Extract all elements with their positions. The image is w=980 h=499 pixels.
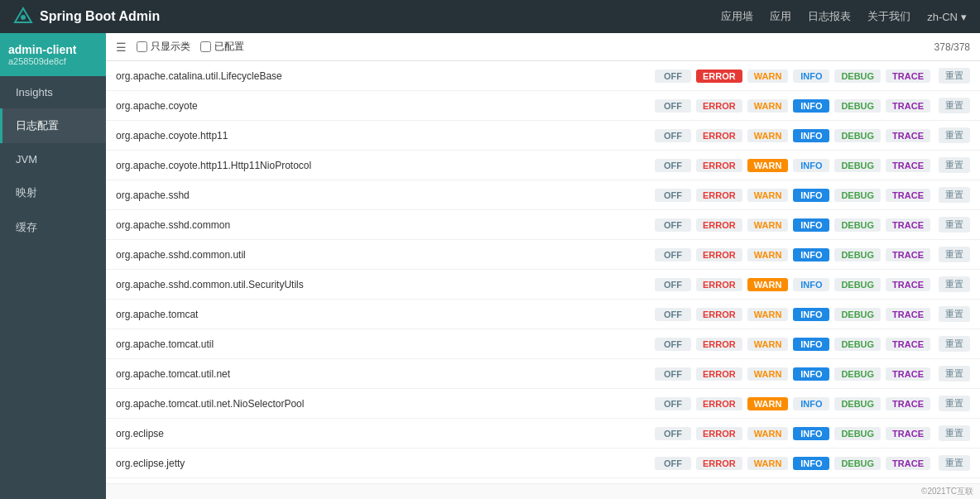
level-debug-button[interactable]: DEBUG xyxy=(834,248,881,261)
level-info-button[interactable]: INFO xyxy=(793,457,829,470)
checkbox-show-only-class[interactable]: 只显示类 xyxy=(137,40,190,54)
nav-link-logs[interactable]: 日志报表 xyxy=(808,9,851,24)
reset-button[interactable]: 重置 xyxy=(939,366,970,381)
level-info-button[interactable]: INFO xyxy=(793,70,829,83)
sidebar-item-log-config[interactable]: 日志配置 xyxy=(0,108,106,143)
level-info-button[interactable]: INFO xyxy=(793,129,829,142)
level-off-button[interactable]: OFF xyxy=(655,159,691,172)
level-error-button[interactable]: ERROR xyxy=(696,70,742,83)
level-error-button[interactable]: ERROR xyxy=(696,278,742,291)
level-warn-button[interactable]: WARN xyxy=(747,129,789,142)
checkbox-show-only-class-input[interactable] xyxy=(137,41,147,52)
level-error-button[interactable]: ERROR xyxy=(696,218,742,232)
reset-button[interactable]: 重置 xyxy=(939,187,970,203)
reset-button[interactable]: 重置 xyxy=(939,247,970,262)
level-info-button[interactable]: INFO xyxy=(793,367,829,381)
level-info-button[interactable]: INFO xyxy=(793,248,829,261)
level-trace-button[interactable]: TRACE xyxy=(886,70,930,83)
level-error-button[interactable]: ERROR xyxy=(696,129,742,142)
level-off-button[interactable]: OFF xyxy=(655,129,691,142)
level-off-button[interactable]: OFF xyxy=(655,99,691,113)
level-warn-button[interactable]: WARN xyxy=(747,278,789,291)
reset-button[interactable]: 重置 xyxy=(939,68,970,84)
sidebar-item-insights[interactable]: Insights xyxy=(0,76,106,108)
reset-button[interactable]: 重置 xyxy=(939,217,970,233)
level-debug-button[interactable]: DEBUG xyxy=(834,427,881,440)
level-warn-button[interactable]: WARN xyxy=(747,99,789,113)
level-off-button[interactable]: OFF xyxy=(655,248,691,261)
level-warn-button[interactable]: WARN xyxy=(747,70,789,83)
nav-link-wall[interactable]: 应用墙 xyxy=(721,9,753,24)
checkbox-configured-input[interactable] xyxy=(200,41,211,52)
level-error-button[interactable]: ERROR xyxy=(696,189,742,202)
level-error-button[interactable]: ERROR xyxy=(696,99,742,113)
level-info-button[interactable]: INFO xyxy=(793,427,829,440)
level-trace-button[interactable]: TRACE xyxy=(886,308,930,321)
level-trace-button[interactable]: TRACE xyxy=(886,278,930,291)
level-off-button[interactable]: OFF xyxy=(655,308,691,321)
level-info-button[interactable]: INFO xyxy=(793,99,829,113)
reset-button[interactable]: 重置 xyxy=(939,396,970,411)
level-debug-button[interactable]: DEBUG xyxy=(834,338,881,351)
level-info-button[interactable]: INFO xyxy=(793,159,829,172)
level-warn-button[interactable]: WARN xyxy=(747,338,789,351)
level-trace-button[interactable]: TRACE xyxy=(886,427,930,440)
reset-button[interactable]: 重置 xyxy=(939,276,970,292)
lang-selector[interactable]: zh-CN ▾ xyxy=(927,11,967,23)
level-off-button[interactable]: OFF xyxy=(655,397,691,410)
level-info-button[interactable]: INFO xyxy=(793,278,829,291)
sidebar-item-mapping[interactable]: 映射 xyxy=(0,175,106,210)
level-debug-button[interactable]: DEBUG xyxy=(834,70,881,83)
level-trace-button[interactable]: TRACE xyxy=(886,99,930,113)
level-trace-button[interactable]: TRACE xyxy=(886,367,930,381)
level-warn-button[interactable]: WARN xyxy=(747,427,789,440)
level-off-button[interactable]: OFF xyxy=(655,338,691,351)
reset-button[interactable]: 重置 xyxy=(939,455,970,471)
level-debug-button[interactable]: DEBUG xyxy=(834,367,881,381)
level-debug-button[interactable]: DEBUG xyxy=(834,308,881,321)
level-error-button[interactable]: ERROR xyxy=(696,367,742,381)
level-off-button[interactable]: OFF xyxy=(655,189,691,202)
level-info-button[interactable]: INFO xyxy=(793,338,829,351)
level-info-button[interactable]: INFO xyxy=(793,189,829,202)
level-error-button[interactable]: ERROR xyxy=(696,457,742,470)
level-debug-button[interactable]: DEBUG xyxy=(834,397,881,410)
level-off-button[interactable]: OFF xyxy=(655,427,691,440)
level-warn-button[interactable]: WARN xyxy=(747,397,789,410)
level-warn-button[interactable]: WARN xyxy=(747,457,789,470)
nav-link-app[interactable]: 应用 xyxy=(770,9,791,24)
reset-button[interactable]: 重置 xyxy=(939,425,970,441)
reset-button[interactable]: 重置 xyxy=(939,127,970,143)
level-trace-button[interactable]: TRACE xyxy=(886,338,930,351)
level-debug-button[interactable]: DEBUG xyxy=(834,218,881,232)
level-error-button[interactable]: ERROR xyxy=(696,159,742,172)
level-debug-button[interactable]: DEBUG xyxy=(834,457,881,470)
level-error-button[interactable]: ERROR xyxy=(696,248,742,261)
level-info-button[interactable]: INFO xyxy=(793,308,829,321)
level-error-button[interactable]: ERROR xyxy=(696,397,742,410)
checkbox-configured[interactable]: 已配置 xyxy=(200,40,244,54)
level-error-button[interactable]: ERROR xyxy=(696,338,742,351)
level-off-button[interactable]: OFF xyxy=(655,278,691,291)
level-error-button[interactable]: ERROR xyxy=(696,427,742,440)
reset-button[interactable]: 重置 xyxy=(939,306,970,322)
level-trace-button[interactable]: TRACE xyxy=(886,397,930,410)
reset-button[interactable]: 重置 xyxy=(939,98,970,113)
level-off-button[interactable]: OFF xyxy=(655,218,691,232)
filter-icon[interactable]: ☰ xyxy=(116,41,127,54)
reset-button[interactable]: 重置 xyxy=(939,336,970,352)
level-debug-button[interactable]: DEBUG xyxy=(834,159,881,172)
level-trace-button[interactable]: TRACE xyxy=(886,189,930,202)
level-warn-button[interactable]: WARN xyxy=(747,189,789,202)
sidebar-item-jvm[interactable]: JVM xyxy=(0,143,106,175)
level-debug-button[interactable]: DEBUG xyxy=(834,189,881,202)
level-warn-button[interactable]: WARN xyxy=(747,218,789,232)
level-trace-button[interactable]: TRACE xyxy=(886,218,930,232)
level-info-button[interactable]: INFO xyxy=(793,397,829,410)
level-warn-button[interactable]: WARN xyxy=(747,367,789,381)
level-off-button[interactable]: OFF xyxy=(655,457,691,470)
level-trace-button[interactable]: TRACE xyxy=(886,159,930,172)
level-off-button[interactable]: OFF xyxy=(655,70,691,83)
level-warn-button[interactable]: WARN xyxy=(747,308,789,321)
reset-button[interactable]: 重置 xyxy=(939,157,970,173)
